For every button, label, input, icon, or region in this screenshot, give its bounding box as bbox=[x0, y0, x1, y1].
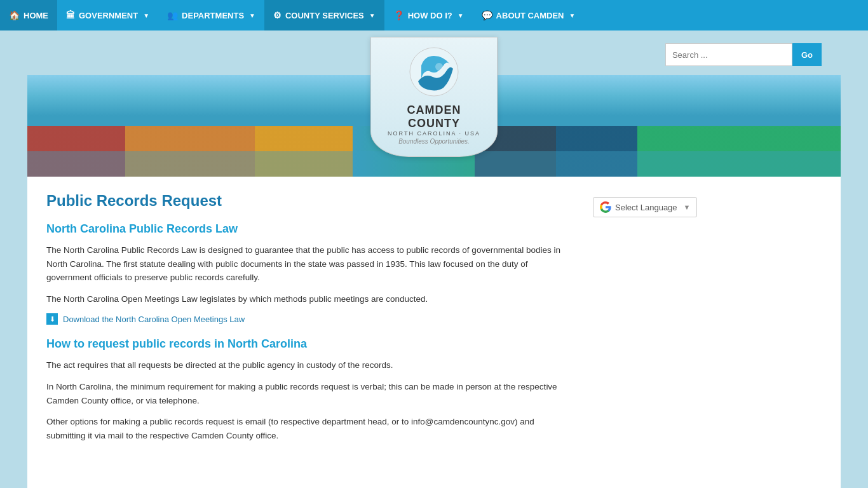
download-link-label: Download the North Carolina Open Meeting… bbox=[63, 315, 245, 324]
section-nc-law: North Carolina Public Records Law The No… bbox=[46, 222, 574, 325]
nav-government-label: GOVERNMENT bbox=[79, 11, 138, 20]
chevron-down-icon: ▼ bbox=[143, 12, 149, 19]
main-content: Public Records Request North Carolina Pu… bbox=[46, 192, 593, 455]
request-para-3: Other options for making a public record… bbox=[46, 415, 574, 442]
request-para-1: The act requires that all requests be di… bbox=[46, 358, 574, 372]
nav-home[interactable]: 🏠 HOME bbox=[0, 0, 57, 30]
logo-text-main: CAMDEN COUNTY bbox=[381, 104, 487, 130]
nav-how-do-i-label: HOW DO I? bbox=[408, 11, 452, 20]
header-area: CAMDEN COUNTY NORTH CAROLINA · USA Bound… bbox=[27, 30, 841, 177]
download-icon: ⬇ bbox=[46, 313, 58, 325]
svg-point-1 bbox=[435, 63, 443, 71]
translate-dropdown-icon: ▼ bbox=[684, 203, 691, 211]
chevron-down-icon: ▼ bbox=[369, 12, 376, 19]
nav-county-services[interactable]: ⚙ COUNTY SERVICES ▼ bbox=[264, 0, 384, 30]
about-camden-icon: 💬 bbox=[482, 10, 492, 20]
translate-widget[interactable]: Select Language ▼ bbox=[593, 197, 697, 217]
nav-departments[interactable]: 👥 DEPARTMENTS ▼ bbox=[158, 0, 264, 30]
county-services-icon: ⚙ bbox=[273, 10, 281, 20]
chevron-down-icon: ▼ bbox=[569, 12, 576, 19]
section-heading-how-to-request: How to request public records in North C… bbox=[46, 337, 574, 351]
site-logo: CAMDEN COUNTY NORTH CAROLINA · USA Bound… bbox=[370, 37, 498, 157]
section-how-to-request: How to request public records in North C… bbox=[46, 337, 574, 442]
logo-text-sub: NORTH CAROLINA · USA bbox=[381, 130, 487, 137]
logo-icon bbox=[409, 46, 459, 97]
nav-departments-label: DEPARTMENTS bbox=[182, 11, 244, 20]
nav-government[interactable]: 🏛 GOVERNMENT ▼ bbox=[57, 0, 158, 30]
content-area: Public Records Request North Carolina Pu… bbox=[27, 177, 841, 470]
google-icon bbox=[600, 201, 611, 213]
government-icon: 🏛 bbox=[66, 10, 75, 20]
chevron-down-icon: ▼ bbox=[249, 12, 255, 19]
section-heading-nc-law: North Carolina Public Records Law bbox=[46, 222, 574, 236]
logo-tagline: Boundless Opportunities. bbox=[381, 138, 487, 145]
departments-icon: 👥 bbox=[167, 10, 178, 20]
nav-home-label: HOME bbox=[24, 11, 48, 20]
nav-how-do-i[interactable]: ❓ HOW DO I? ▼ bbox=[384, 0, 473, 30]
search-input[interactable] bbox=[665, 43, 792, 66]
sidebar: Select Language ▼ bbox=[593, 192, 720, 455]
nc-law-para-2: The North Carolina Open Meetings Law leg… bbox=[46, 292, 574, 306]
nav-about-camden[interactable]: 💬 ABOUT CAMDEN ▼ bbox=[473, 0, 585, 30]
main-navigation: 🏠 HOME 🏛 GOVERNMENT ▼ 👥 DEPARTMENTS ▼ ⚙ … bbox=[0, 0, 868, 30]
download-open-meetings-link[interactable]: ⬇ Download the North Carolina Open Meeti… bbox=[46, 313, 574, 325]
search-area: Go bbox=[665, 43, 822, 66]
nav-about-camden-label: ABOUT CAMDEN bbox=[496, 11, 564, 20]
nc-law-para-1: The North Carolina Public Records Law is… bbox=[46, 243, 574, 285]
chevron-down-icon: ▼ bbox=[458, 12, 464, 19]
page-wrapper: CAMDEN COUNTY NORTH CAROLINA · USA Bound… bbox=[27, 30, 841, 488]
page-title: Public Records Request bbox=[46, 192, 574, 210]
how-do-i-icon: ❓ bbox=[393, 10, 404, 20]
translate-label: Select Language bbox=[615, 203, 677, 212]
request-para-2: In North Carolina, the minimum requireme… bbox=[46, 380, 574, 407]
nav-county-services-label: COUNTY SERVICES bbox=[285, 11, 364, 20]
search-button[interactable]: Go bbox=[792, 43, 822, 66]
home-icon: 🏠 bbox=[9, 10, 20, 20]
